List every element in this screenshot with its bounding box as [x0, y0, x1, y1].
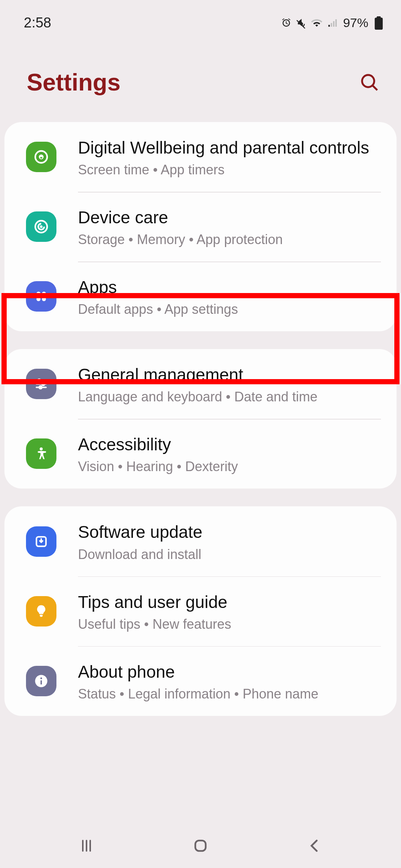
svg-line-3	[373, 86, 377, 90]
signal-icon	[327, 17, 339, 29]
settings-item-digital-wellbeing[interactable]: Digital Wellbeing and parental controls …	[4, 122, 397, 192]
svg-rect-21	[40, 680, 42, 684]
settings-item-about-phone[interactable]: About phone Status • Legal information •…	[4, 646, 397, 716]
svg-point-22	[40, 677, 42, 679]
wellbeing-icon	[26, 142, 56, 172]
svg-point-2	[362, 75, 374, 87]
bulb-icon	[26, 596, 56, 627]
item-title: Tips and user guide	[78, 591, 381, 614]
item-subtitle: Download and install	[78, 547, 381, 562]
status-bar: 2:58 97%	[0, 0, 401, 35]
recents-icon	[78, 837, 95, 855]
nav-home-button[interactable]	[186, 831, 215, 861]
accessibility-icon	[26, 438, 56, 469]
wifi-icon	[310, 17, 323, 29]
item-subtitle: Useful tips • New features	[78, 617, 381, 632]
update-icon	[26, 526, 56, 557]
settings-item-accessibility[interactable]: Accessibility Vision • Hearing • Dexteri…	[4, 419, 397, 489]
item-subtitle: Storage • Memory • App protection	[78, 232, 381, 247]
back-icon	[306, 837, 323, 855]
alarm-icon	[281, 17, 292, 29]
svg-point-10	[36, 297, 40, 301]
svg-point-15	[42, 383, 45, 385]
svg-point-11	[42, 297, 46, 301]
settings-item-general-management[interactable]: General management Language and keyboard…	[4, 349, 397, 419]
apps-icon	[26, 281, 56, 312]
item-subtitle: Language and keyboard • Date and time	[78, 389, 381, 405]
status-time: 2:58	[24, 15, 51, 31]
settings-item-tips[interactable]: Tips and user guide Useful tips • New fe…	[4, 576, 397, 646]
settings-section-2: General management Language and keyboard…	[4, 349, 397, 489]
svg-point-17	[39, 386, 42, 389]
battery-percent: 97%	[343, 16, 368, 30]
status-icons: 97%	[281, 16, 383, 30]
settings-item-software-update[interactable]: Software update Download and install	[4, 506, 397, 576]
nav-recents-button[interactable]	[72, 831, 101, 861]
settings-section-3: Software update Download and install Tip…	[4, 506, 397, 716]
item-title: Software update	[78, 520, 381, 543]
svg-point-8	[36, 292, 40, 296]
svg-point-18	[40, 448, 43, 451]
item-subtitle: Status • Legal information • Phone name	[78, 686, 381, 702]
settings-item-apps[interactable]: Apps Default apps • App settings	[4, 262, 397, 331]
info-icon	[26, 666, 56, 696]
page-header: Settings	[0, 35, 401, 122]
item-title: Device care	[78, 206, 381, 229]
svg-point-9	[42, 292, 46, 296]
battery-icon	[374, 16, 383, 30]
svg-rect-0	[375, 17, 383, 29]
search-icon	[359, 72, 380, 93]
settings-section-1: Digital Wellbeing and parental controls …	[4, 122, 397, 331]
navigation-bar	[0, 823, 401, 868]
item-title: Apps	[78, 276, 381, 299]
item-subtitle: Default apps • App settings	[78, 302, 381, 317]
item-title: Digital Wellbeing and parental controls	[78, 136, 381, 159]
item-title: Accessibility	[78, 433, 381, 456]
mute-icon	[296, 17, 307, 29]
search-button[interactable]	[358, 71, 381, 93]
settings-item-device-care[interactable]: Device care Storage • Memory • App prote…	[4, 192, 397, 262]
svg-rect-1	[377, 16, 381, 18]
svg-rect-26	[195, 841, 206, 851]
item-title: About phone	[78, 660, 381, 683]
item-subtitle: Vision • Hearing • Dexterity	[78, 459, 381, 474]
item-subtitle: Screen time • App timers	[78, 162, 381, 178]
sliders-icon	[26, 369, 56, 399]
home-icon	[192, 837, 209, 855]
svg-point-7	[40, 226, 42, 228]
page-title: Settings	[27, 69, 120, 96]
devicecare-icon	[26, 211, 56, 242]
svg-point-13	[38, 379, 40, 382]
nav-back-button[interactable]	[300, 831, 329, 861]
item-title: General management	[78, 363, 381, 386]
